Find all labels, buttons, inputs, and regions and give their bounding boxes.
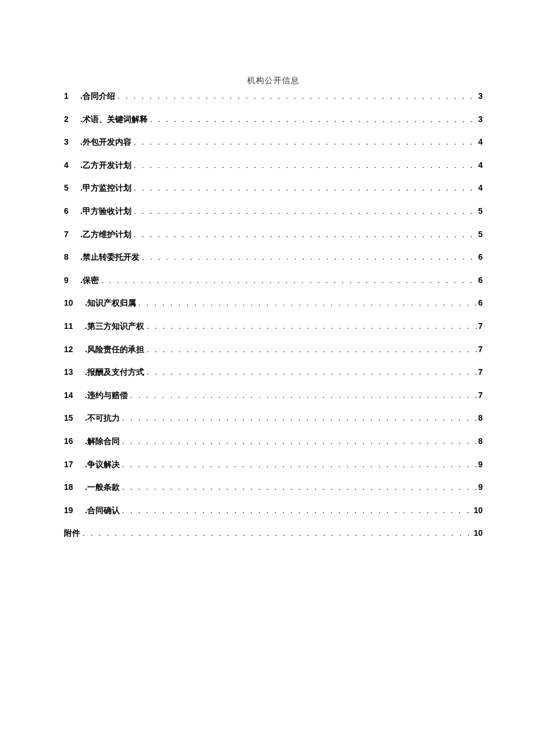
toc-entry-number: 19 — [64, 505, 85, 517]
toc-entry-number: 8 — [64, 252, 80, 263]
toc-entry-title: .第三方知识产权 — [85, 321, 144, 332]
toc-entry: 2.术语、关键词解释3 — [64, 114, 483, 126]
toc-entry: 3.外包开发内容4 — [64, 137, 483, 148]
toc-leader-dots — [131, 160, 478, 171]
toc-leader-dots — [80, 528, 473, 539]
toc-entry-number: 15 — [64, 413, 85, 424]
toc-entry-page: 7 — [478, 390, 483, 402]
toc-entry-page: 8 — [478, 436, 483, 447]
document-page: 机构公开信息 1.合同介绍32.术语、关键词解释33.外包开发内容44.乙方开发… — [0, 0, 535, 539]
toc-leader-dots — [128, 390, 478, 402]
toc-entry: 18.一般条款9 — [64, 482, 483, 493]
toc-entry: 7.乙方维护计划5 — [64, 229, 483, 241]
toc-entry-number: 9 — [64, 275, 80, 286]
toc-entry-title: .乙方维护计划 — [80, 229, 131, 241]
toc-leader-dots — [131, 229, 478, 241]
toc-leader-dots — [131, 182, 478, 194]
toc-entry-title: .乙方开发计划 — [80, 160, 131, 171]
toc-entry-title: .甲方验收计划 — [80, 206, 131, 217]
toc-entry: 5.甲方监控计划4 — [64, 182, 483, 194]
toc-entry-title: .禁止转委托开发 — [80, 252, 140, 263]
toc-entry-page: 7 — [478, 321, 483, 332]
toc-entry: 12.风险责任的承担7 — [64, 344, 483, 356]
toc-entry-page: 9 — [478, 459, 483, 471]
toc-leader-dots — [140, 252, 478, 263]
toc-entry-number: 2 — [64, 114, 80, 126]
toc-entry-title: .合同介绍 — [80, 91, 115, 102]
toc-entry: 17.争议解决9 — [64, 459, 483, 471]
toc-leader-dots — [144, 344, 478, 356]
toc-entry-page: 10 — [473, 505, 483, 517]
toc-entry-page: 5 — [478, 229, 483, 241]
toc-entry-number: 18 — [64, 482, 85, 493]
toc-entry: 8.禁止转委托开发6 — [64, 252, 483, 263]
toc-entry: 13.报酬及支付方式7 — [64, 367, 483, 378]
toc-entry: 16.解除合同8 — [64, 436, 483, 447]
toc-entry-page: 7 — [478, 344, 483, 356]
toc-entry: 1.合同介绍3 — [64, 91, 483, 102]
toc-entry-page: 6 — [478, 298, 483, 309]
toc-entry-number: 17 — [64, 459, 85, 471]
toc-entry-number: 5 — [64, 182, 80, 194]
toc-entry-title: .违约与赔偿 — [85, 390, 128, 402]
toc-entry-page: 3 — [478, 114, 483, 126]
toc-leader-dots — [120, 413, 478, 424]
toc-entry-number: 1 — [64, 91, 80, 102]
toc-entry-number: 10 — [64, 298, 85, 309]
toc-entry: 15.不可抗力8 — [64, 413, 483, 424]
toc-entry-page: 3 — [478, 91, 483, 102]
toc-entry-number: 16 — [64, 436, 85, 447]
toc-leader-dots — [131, 206, 478, 217]
toc-entry-number: 13 — [64, 367, 85, 378]
toc-entry-number: 12 — [64, 344, 85, 356]
toc-entry-number: 7 — [64, 229, 80, 241]
toc-entry: 6.甲方验收计划5 — [64, 206, 483, 217]
toc-entry-number: 14 — [64, 390, 85, 402]
toc-leader-dots — [144, 367, 478, 378]
toc-entry-title: .争议解决 — [85, 459, 120, 471]
toc-entry-title: .知识产权归属 — [85, 298, 136, 309]
toc-entry-title: 附件 — [64, 528, 80, 539]
toc-entry-title: .甲方监控计划 — [80, 182, 131, 194]
toc-entry-page: 6 — [478, 275, 483, 286]
page-header-title: 机构公开信息 — [64, 76, 483, 86]
toc-leader-dots — [148, 114, 478, 126]
toc-leader-dots — [120, 459, 478, 471]
toc-entry: 11.第三方知识产权7 — [64, 321, 483, 332]
toc-leader-dots — [131, 137, 478, 148]
toc-entry-title: .合同确认 — [85, 505, 120, 517]
toc-entry-title: .报酬及支付方式 — [85, 367, 144, 378]
toc-entry-title: .保密 — [80, 275, 99, 286]
toc-entry-number: 6 — [64, 206, 80, 217]
toc-entry-number: 11 — [64, 321, 85, 332]
toc-entry-page: 9 — [478, 482, 483, 493]
toc-leader-dots — [115, 91, 478, 102]
toc-entry-title: .风险责任的承担 — [85, 344, 144, 356]
toc-entry-title: .术语、关键词解释 — [80, 114, 148, 126]
toc-entry-page: 8 — [478, 413, 483, 424]
toc-entry-page: 10 — [473, 528, 483, 539]
toc-entry: 19.合同确认10 — [64, 505, 483, 517]
toc-entry-appendix: 附件10 — [64, 528, 483, 539]
toc-leader-dots — [136, 298, 478, 309]
toc-entry-page: 5 — [478, 206, 483, 217]
toc-entry: 4.乙方开发计划4 — [64, 160, 483, 171]
toc-leader-dots — [120, 482, 478, 493]
toc-leader-dots — [144, 321, 478, 332]
toc-entry-page: 4 — [478, 182, 483, 194]
toc-leader-dots — [120, 436, 478, 447]
toc-entry-page: 7 — [478, 367, 483, 378]
toc-entry-title: .解除合同 — [85, 436, 120, 447]
toc-entry-title: .不可抗力 — [85, 413, 120, 424]
toc-leader-dots — [120, 505, 474, 517]
toc-entry-number: 4 — [64, 160, 80, 171]
table-of-contents: 1.合同介绍32.术语、关键词解释33.外包开发内容44.乙方开发计划45.甲方… — [64, 91, 483, 539]
toc-entry-title: .外包开发内容 — [80, 137, 131, 148]
toc-entry-title: .一般条款 — [85, 482, 120, 493]
toc-entry: 14.违约与赔偿7 — [64, 390, 483, 402]
toc-entry-number: 3 — [64, 137, 80, 148]
toc-entry: 10.知识产权归属6 — [64, 298, 483, 309]
toc-entry: 9.保密6 — [64, 275, 483, 286]
toc-leader-dots — [99, 275, 478, 286]
toc-entry-page: 4 — [478, 160, 483, 171]
